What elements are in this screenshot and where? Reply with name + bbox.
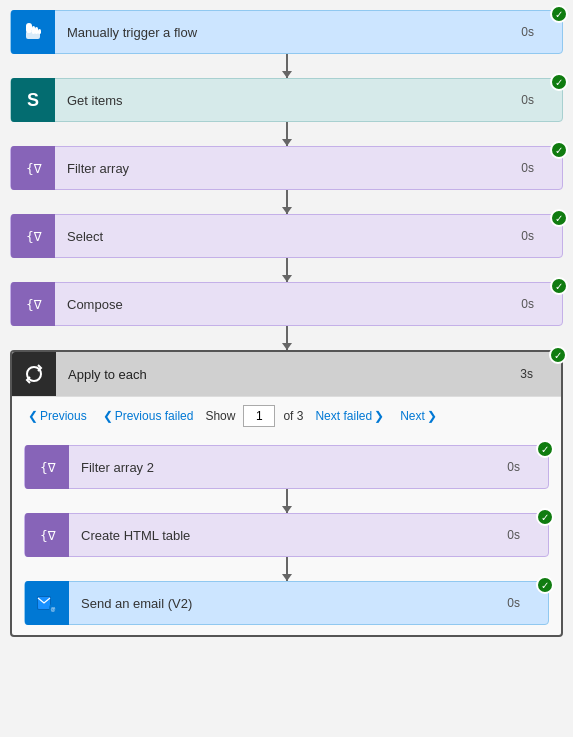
step-row-apply-each: Apply to each 3s ✓ ❮ Previous ❮ Previous… (10, 350, 563, 637)
pagination-bar: ❮ Previous ❮ Previous failed Show of 3 N… (12, 396, 561, 435)
apply-each-duration: 3s (520, 367, 561, 381)
sp-letter: S (27, 90, 39, 111)
previous-failed-label: Previous failed (115, 409, 194, 423)
svg-text:@: @ (51, 606, 56, 612)
step-card-create-html-table[interactable]: {∇} Create HTML table 0s ✓ (24, 513, 549, 557)
step-card-filter-array-2[interactable]: {∇} Filter array 2 0s ✓ (24, 445, 549, 489)
step-row-select: {∇} Select 0s ✓ (10, 214, 563, 282)
next-label: Next (400, 409, 425, 423)
of-label: of 3 (283, 409, 303, 423)
previous-button[interactable]: ❮ Previous (24, 407, 91, 425)
step-check-manually-trigger: ✓ (550, 5, 568, 23)
next-button[interactable]: Next ❯ (396, 407, 441, 425)
previous-label: Previous (40, 409, 87, 423)
chevron-right-next-icon: ❯ (427, 409, 437, 423)
step-card-filter-array[interactable]: {∇} Filter array 0s ✓ (10, 146, 563, 190)
connector-1 (286, 54, 288, 78)
step-check-filter-array: ✓ (550, 141, 568, 159)
connector-2 (286, 122, 288, 146)
filter-icon: {∇} (11, 146, 55, 190)
svg-text:{∇}: {∇} (40, 528, 57, 543)
step-check-filter-array-2: ✓ (536, 440, 554, 458)
step-duration-select: 0s (521, 229, 562, 243)
next-failed-label: Next failed (315, 409, 372, 423)
step-duration-compose: 0s (521, 297, 562, 311)
step-duration-filter-array-2: 0s (507, 460, 548, 474)
step-check-create-html-table: ✓ (536, 508, 554, 526)
svg-text:{∇}: {∇} (26, 297, 43, 312)
connector-3 (286, 190, 288, 214)
apply-each-label: Apply to each (56, 367, 520, 382)
step-duration-filter-array: 0s (521, 161, 562, 175)
step-card-send-email[interactable]: @ Send an email (V2) 0s ✓ (24, 581, 549, 625)
inner-steps: {∇} Filter array 2 0s ✓ {∇} (12, 435, 561, 635)
step-duration-manually-trigger: 0s (521, 25, 562, 39)
inner-step-row-filter-array-2: {∇} Filter array 2 0s ✓ (24, 445, 549, 513)
step-check-select: ✓ (550, 209, 568, 227)
step-label-select: Select (55, 229, 521, 244)
svg-rect-3 (35, 27, 38, 34)
step-row-manually-trigger: Manually trigger a flow 0s ✓ (10, 10, 563, 78)
svg-rect-4 (38, 29, 41, 34)
step-check-get-items: ✓ (550, 73, 568, 91)
step-label-manually-trigger: Manually trigger a flow (55, 25, 521, 40)
connector-4 (286, 258, 288, 282)
sharepoint-icon: S (11, 78, 55, 122)
email-icon: @ (25, 581, 69, 625)
inner-step-row-send-email: @ Send an email (V2) 0s ✓ (24, 581, 549, 625)
select-icon: {∇} (11, 214, 55, 258)
apply-each-header[interactable]: Apply to each 3s ✓ (12, 352, 561, 396)
step-row-compose: {∇} Compose 0s ✓ (10, 282, 563, 350)
flow-container: Manually trigger a flow 0s ✓ S Get items… (10, 10, 563, 637)
loop-icon (12, 352, 56, 396)
step-duration-get-items: 0s (521, 93, 562, 107)
compose-icon: {∇} (11, 282, 55, 326)
apply-each-container: Apply to each 3s ✓ ❮ Previous ❮ Previous… (10, 350, 563, 637)
html-table-icon: {∇} (25, 513, 69, 557)
step-check-send-email: ✓ (536, 576, 554, 594)
step-label-filter-array-2: Filter array 2 (69, 460, 507, 475)
inner-step-row-create-html-table: {∇} Create HTML table 0s ✓ (24, 513, 549, 581)
svg-rect-2 (32, 26, 35, 34)
svg-text:{∇}: {∇} (26, 161, 43, 176)
step-card-compose[interactable]: {∇} Compose 0s ✓ (10, 282, 563, 326)
chevron-left-prev-failed-icon: ❮ (103, 409, 113, 423)
step-label-create-html-table: Create HTML table (69, 528, 507, 543)
step-duration-send-email: 0s (507, 596, 548, 610)
svg-text:{∇}: {∇} (40, 460, 57, 475)
step-label-compose: Compose (55, 297, 521, 312)
show-label: Show (205, 409, 235, 423)
svg-text:{∇}: {∇} (26, 229, 43, 244)
trigger-icon (11, 10, 55, 54)
step-label-send-email: Send an email (V2) (69, 596, 507, 611)
chevron-right-next-failed-icon: ❯ (374, 409, 384, 423)
step-card-manually-trigger[interactable]: Manually trigger a flow 0s ✓ (10, 10, 563, 54)
connector-5 (286, 326, 288, 350)
chevron-left-prev-icon: ❮ (28, 409, 38, 423)
page-input[interactable] (243, 405, 275, 427)
step-check-compose: ✓ (550, 277, 568, 295)
next-failed-button[interactable]: Next failed ❯ (311, 407, 388, 425)
step-label-filter-array: Filter array (55, 161, 521, 176)
step-card-select[interactable]: {∇} Select 0s ✓ (10, 214, 563, 258)
step-row-filter-array: {∇} Filter array 0s ✓ (10, 146, 563, 214)
inner-connector-1 (286, 489, 288, 513)
step-card-get-items[interactable]: S Get items 0s ✓ (10, 78, 563, 122)
filter-array-2-icon: {∇} (25, 445, 69, 489)
step-label-get-items: Get items (55, 93, 521, 108)
step-row-get-items: S Get items 0s ✓ (10, 78, 563, 146)
step-duration-create-html-table: 0s (507, 528, 548, 542)
inner-connector-2 (286, 557, 288, 581)
apply-each-check: ✓ (549, 346, 567, 364)
previous-failed-button[interactable]: ❮ Previous failed (99, 407, 198, 425)
